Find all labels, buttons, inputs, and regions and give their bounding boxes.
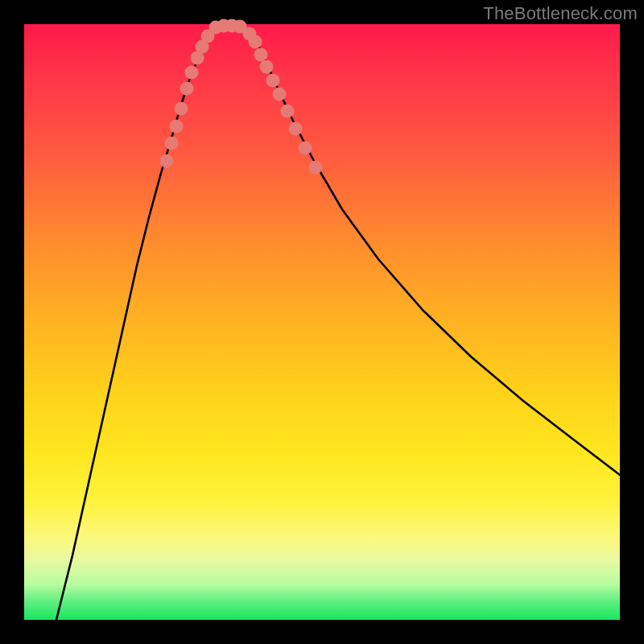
marker-dot xyxy=(175,102,188,116)
marker-dot xyxy=(260,60,274,74)
marker-dot xyxy=(160,155,174,168)
marker-dot xyxy=(180,82,194,96)
marker-dot xyxy=(281,105,295,118)
bottleneck-curve xyxy=(56,25,620,620)
marker-dot xyxy=(273,88,287,101)
marker-dot xyxy=(170,120,184,134)
marker-dot xyxy=(299,142,312,155)
marker-dot xyxy=(165,137,179,151)
curve-svg xyxy=(24,24,620,620)
chart-frame: TheBottleneck.com xyxy=(0,0,644,644)
marker-dot xyxy=(185,66,199,80)
marker-dot xyxy=(289,122,303,136)
watermark-text: TheBottleneck.com xyxy=(483,3,638,24)
marker-dot xyxy=(266,74,280,88)
marker-dot xyxy=(249,35,262,49)
marker-dot xyxy=(254,48,268,62)
plot-area xyxy=(24,24,620,620)
marker-dot xyxy=(309,161,323,175)
